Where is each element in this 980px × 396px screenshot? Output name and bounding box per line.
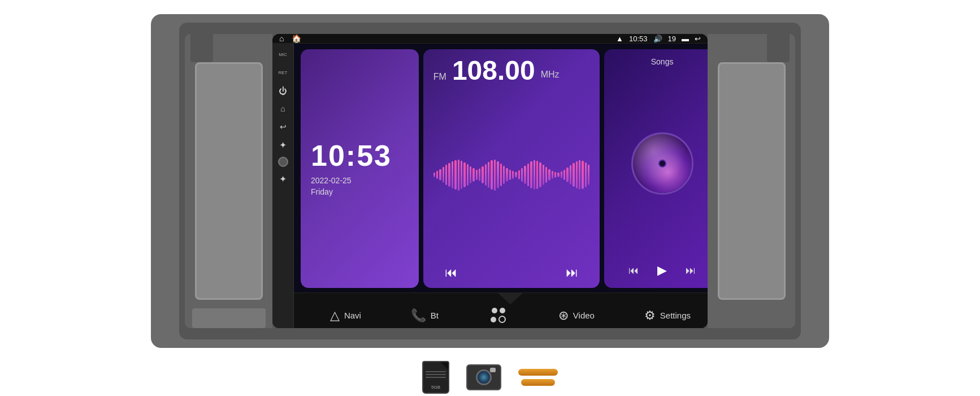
nav-center-indicator bbox=[498, 293, 523, 304]
nav-item-navi[interactable]: △ Navi bbox=[330, 308, 361, 323]
ret-label: RET bbox=[277, 66, 289, 79]
radio-band-label: FM bbox=[433, 72, 446, 82]
sd-label: 5GB bbox=[431, 385, 440, 390]
status-bar: ⌂ 🏠 ▲ 10:53 🔊 19 ▬ ↩ bbox=[272, 34, 708, 44]
right-panel-top-tab bbox=[767, 28, 790, 62]
cards-row: 10:53 2022-02-25 Friday FM 108.00 MHz bbox=[294, 44, 708, 292]
album-art-center-dot bbox=[658, 160, 666, 167]
songs-prev-button[interactable]: ⏮ bbox=[628, 265, 639, 277]
status-volume: 19 bbox=[668, 35, 676, 43]
sound-icon: 🔊 bbox=[653, 35, 662, 43]
pry-tool-accessory bbox=[518, 369, 558, 386]
battery-icon: ▬ bbox=[682, 35, 689, 43]
sd-line-2 bbox=[426, 374, 446, 375]
screen-container: ⌂ 🏠 ▲ 10:53 🔊 19 ▬ ↩ bbox=[272, 34, 708, 328]
camera-lens bbox=[476, 369, 492, 385]
nav-video-label: Video bbox=[573, 311, 595, 320]
main-unit: ⌂ 🏠 ▲ 10:53 🔊 19 ▬ ↩ bbox=[151, 6, 829, 356]
clock-card[interactable]: 10:53 2022-02-25 Friday bbox=[301, 49, 419, 288]
home-dots-grid bbox=[488, 308, 509, 324]
nav-bt-label: Bt bbox=[431, 311, 439, 320]
bt-icon: 📞 bbox=[411, 308, 426, 323]
home-outline-icon[interactable]: ⌂ bbox=[279, 34, 284, 43]
back-icon[interactable]: ↩ bbox=[695, 35, 701, 43]
video-icon: ⊛ bbox=[558, 308, 569, 323]
clock-time-display: 10:53 bbox=[311, 141, 409, 170]
screen-with-side-buttons: MIC RET ⏻ ⌂ ↩ ✦ ✦ bbox=[272, 44, 708, 328]
radio-frequency-display: 108.00 bbox=[452, 57, 535, 84]
plus-button[interactable]: ✦ bbox=[277, 139, 289, 151]
mic-label: MIC bbox=[277, 48, 289, 61]
nav-item-settings[interactable]: ⚙ Settings bbox=[644, 308, 691, 323]
sd-card-lines bbox=[426, 371, 446, 378]
status-left-icons: ⌂ 🏠 bbox=[279, 34, 301, 43]
radio-info-row: FM 108.00 MHz bbox=[433, 57, 589, 84]
clock-day-display: Friday bbox=[311, 187, 409, 196]
pry-tool-2 bbox=[521, 379, 555, 386]
songs-title-label: Songs bbox=[613, 57, 708, 66]
waveform-display bbox=[433, 160, 589, 191]
camera-flash bbox=[490, 368, 496, 372]
radio-card[interactable]: FM 108.00 MHz ⏮ ⏭ bbox=[423, 49, 600, 288]
car-frame: ⌂ 🏠 ▲ 10:53 🔊 19 ▬ ↩ bbox=[151, 14, 829, 348]
radio-unit-label: MHz bbox=[541, 70, 560, 80]
left-panel-bottom-slot bbox=[192, 308, 266, 328]
right-panel bbox=[708, 34, 795, 328]
dot-1 bbox=[492, 308, 497, 313]
pry-tool-1 bbox=[518, 369, 558, 376]
sd-card: 5GB bbox=[422, 361, 449, 394]
navi-icon: △ bbox=[330, 308, 340, 323]
clock-date-display: 2022-02-25 bbox=[311, 176, 409, 185]
nav-navi-label: Navi bbox=[344, 311, 361, 320]
dot-3 bbox=[491, 317, 496, 322]
songs-card[interactable]: Songs ⏮ ▶ ⏭ bbox=[604, 49, 708, 288]
radio-prev-button[interactable]: ⏮ bbox=[445, 265, 457, 280]
car-frame-inner: ⌂ 🏠 ▲ 10:53 🔊 19 ▬ ↩ bbox=[179, 23, 801, 339]
songs-controls: ⏮ ▶ ⏭ bbox=[613, 261, 708, 280]
left-panel-top-tab bbox=[190, 28, 213, 62]
settings-icon: ⚙ bbox=[644, 308, 656, 323]
sd-line-1 bbox=[426, 371, 446, 372]
songs-next-button[interactable]: ⏭ bbox=[686, 265, 696, 277]
accessories-row: 5GB bbox=[422, 361, 558, 394]
side-buttons-strip: MIC RET ⏻ ⌂ ↩ ✦ ✦ bbox=[272, 44, 294, 328]
camera-icon bbox=[466, 364, 501, 390]
sd-card-notch bbox=[440, 362, 448, 370]
dot-large bbox=[498, 316, 506, 323]
home-button[interactable]: ⌂ bbox=[277, 102, 289, 115]
back-button[interactable]: ↩ bbox=[277, 120, 289, 133]
nav-settings-label: Settings bbox=[660, 311, 691, 320]
left-panel bbox=[185, 34, 272, 328]
nav-bar: △ Navi 📞 Bt bbox=[294, 292, 708, 328]
songs-play-button[interactable]: ▶ bbox=[657, 263, 667, 278]
sd-card-accessory: 5GB bbox=[422, 361, 449, 394]
power-button[interactable]: ⏻ bbox=[277, 84, 289, 97]
nav-item-bt[interactable]: 📞 Bt bbox=[411, 308, 439, 323]
right-panel-window bbox=[718, 62, 786, 300]
left-panel-window bbox=[195, 62, 263, 300]
wifi-icon: ▲ bbox=[616, 35, 623, 43]
minus-button[interactable]: ✦ bbox=[277, 173, 289, 185]
knob-button[interactable] bbox=[278, 157, 288, 167]
status-right-info: ▲ 10:53 🔊 19 ▬ ↩ bbox=[616, 35, 701, 43]
radio-controls: ⏮ ⏭ bbox=[433, 265, 589, 280]
status-time: 10:53 bbox=[629, 35, 648, 43]
sd-line-3 bbox=[426, 377, 446, 378]
album-art bbox=[631, 132, 693, 195]
radio-next-button[interactable]: ⏭ bbox=[566, 265, 578, 280]
nav-item-video[interactable]: ⊛ Video bbox=[558, 308, 595, 323]
dot-2 bbox=[500, 308, 505, 313]
nav-item-home[interactable] bbox=[488, 308, 509, 324]
camera-accessory bbox=[466, 364, 501, 390]
content-area: 10:53 2022-02-25 Friday FM 108.00 MHz bbox=[294, 44, 708, 328]
house-filled-icon[interactable]: 🏠 bbox=[292, 34, 301, 43]
